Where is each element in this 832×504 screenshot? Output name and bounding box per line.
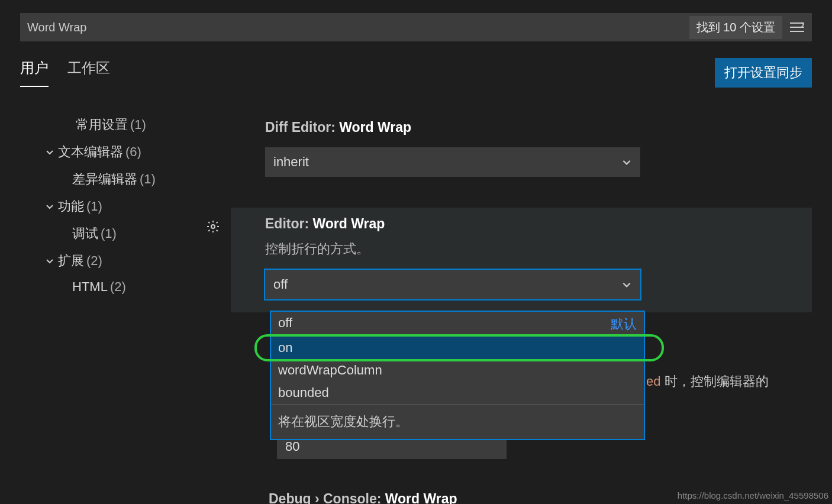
chevron-down-icon (41, 256, 58, 266)
tabs-row: 用户 工作区 打开设置同步 (20, 58, 812, 88)
setting-title: Editor: Word Wrap (265, 216, 812, 232)
select-editor-word-wrap[interactable]: off (265, 270, 640, 299)
chevron-down-icon (41, 202, 58, 211)
dropdown-option-off[interactable]: off 默认 (271, 312, 644, 337)
sidebar-item-label: 扩展 (58, 252, 84, 270)
sidebar-item-count: (1) (140, 172, 156, 187)
dropdown-option-wordwrapcolumn[interactable]: wordWrapColumn (271, 359, 644, 382)
svg-point-0 (211, 225, 215, 228)
chevron-down-icon (621, 157, 632, 167)
chevron-down-icon (621, 279, 632, 290)
tab-user[interactable]: 用户 (20, 59, 49, 87)
sidebar-item-label: 功能 (58, 198, 84, 215)
select-value: inherit (273, 154, 309, 170)
option-label: wordWrapColumn (278, 363, 382, 378)
search-right: 找到 10 个设置 (689, 16, 805, 39)
sidebar-item-count: (6) (125, 144, 141, 160)
text-fragment: 时，控制编辑器的 (660, 374, 768, 389)
dropdown-option-on[interactable]: on (271, 337, 644, 359)
sidebar-item-count: (2) (110, 279, 126, 295)
filter-icon[interactable] (789, 21, 805, 33)
tab-workspace[interactable]: 工作区 (67, 59, 110, 87)
dropdown-editor-word-wrap: off 默认 on wordWrapColumn bounded 将在视区宽度处… (270, 311, 645, 440)
sidebar-item-html[interactable]: HTML (2) (41, 274, 231, 299)
sidebar-item-label: 差异编辑器 (72, 170, 137, 188)
option-label: bounded (278, 385, 329, 400)
code-fragment: ed (646, 374, 660, 389)
settings-main: Diff Editor: Word Wrap inherit Editor: W… (231, 111, 832, 330)
setting-namespace: Debug › Console: (269, 491, 385, 504)
dropdown-hint: 将在视区宽度处换行。 (271, 404, 644, 439)
chevron-down-icon (41, 147, 58, 157)
setting-diff-editor-word-wrap: Diff Editor: Word Wrap inherit (231, 111, 812, 190)
sidebar-item-debug[interactable]: 调试 (1) (41, 220, 231, 247)
sidebar-item-count: (1) (86, 199, 102, 214)
sidebar-item-label: 文本编辑器 (58, 143, 123, 161)
setting-editor-word-wrap: Editor: Word Wrap 控制折行的方式。 off (231, 208, 812, 312)
setting-title: Diff Editor: Word Wrap (265, 119, 812, 135)
sidebar-item-extensions[interactable]: 扩展 (2) (41, 247, 231, 274)
settings-scope-tabs: 用户 工作区 (20, 59, 110, 87)
sidebar-item-features[interactable]: 功能 (1) (41, 193, 231, 220)
watermark: https://blog.csdn.net/weixin_45598506 (678, 490, 828, 500)
sidebar-item-common[interactable]: 常用设置 (1) (41, 111, 231, 138)
setting-description: 控制折行的方式。 (265, 240, 812, 258)
sidebar-item-diff-editor[interactable]: 差异编辑器 (1) (41, 166, 231, 193)
sidebar-item-label: 常用设置 (76, 116, 128, 134)
settings-toc-sidebar: 常用设置 (1) 文本编辑器 (6) 差异编辑器 (1) 功能 (1) 调试 (… (0, 111, 231, 330)
select-value: off (273, 277, 288, 292)
sidebar-item-label: HTML (72, 279, 108, 295)
select-diff-editor-word-wrap[interactable]: inherit (265, 147, 640, 177)
setting-namespace: Editor: (265, 216, 313, 231)
partial-description-text: ed 时，控制编辑器的 (646, 373, 769, 390)
sidebar-item-text-editor[interactable]: 文本编辑器 (6) (41, 138, 231, 166)
setting-name: Word Wrap (385, 491, 457, 504)
search-input[interactable] (27, 21, 689, 34)
setting-name: Word Wrap (313, 216, 385, 231)
setting-debug-console-word-wrap: Debug › Console: Word Wrap (269, 491, 457, 504)
option-label: off (278, 315, 292, 333)
settings-content: 常用设置 (1) 文本编辑器 (6) 差异编辑器 (1) 功能 (1) 调试 (… (0, 111, 832, 330)
result-count-badge: 找到 10 个设置 (689, 16, 782, 39)
sidebar-item-count: (1) (130, 117, 146, 133)
sidebar-item-label: 调试 (72, 225, 98, 243)
default-tag: 默认 (611, 315, 637, 333)
option-label: on (278, 340, 292, 356)
dropdown-option-bounded[interactable]: bounded (271, 382, 644, 404)
settings-search-bar: 找到 10 个设置 (20, 13, 812, 41)
sidebar-item-count: (1) (101, 226, 117, 241)
sidebar-item-count: (2) (86, 253, 102, 269)
open-settings-sync-button[interactable]: 打开设置同步 (715, 58, 812, 88)
gear-icon[interactable] (206, 219, 220, 234)
setting-namespace: Diff Editor: (265, 119, 339, 135)
setting-name: Word Wrap (339, 119, 411, 135)
